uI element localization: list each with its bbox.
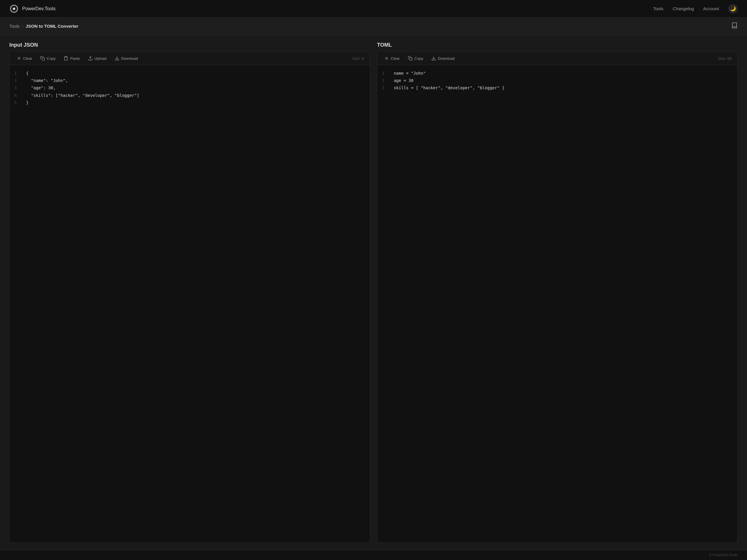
input-copy-button[interactable]: Copy [37,54,59,62]
paste-icon [63,56,68,61]
input-paste-button[interactable]: Paste [60,54,83,62]
upload-icon [88,56,93,61]
output-panel-box: Clear Copy Download Size: 68 123 name = … [377,52,738,543]
main-content: Input JSON Clear Copy Paste Upload [0,35,747,550]
input-download-button[interactable]: Download [111,54,141,62]
header-nav: Tools Changelog Account 🌙 [653,4,738,14]
input-textarea[interactable]: { "name": "John", "age": 30, "skills": [… [21,70,370,538]
input-code-area: 12345 { "name": "John", "age": 30, "skil… [10,65,370,542]
input-toolbar: Clear Copy Paste Upload Download [10,52,370,65]
input-panel-box: Clear Copy Paste Upload Download [9,52,370,543]
app-logo [9,4,19,14]
input-panel-title: Input JSON [9,42,370,48]
output-line-numbers: 123 [377,70,389,538]
input-size-label: Size: 8 [350,56,366,61]
breadcrumb: Tools › JSON to TOML Converter [0,18,747,35]
output-download-button[interactable]: Download [428,54,458,62]
download-icon [115,56,119,61]
app-name: PowerDev.Tools [22,6,55,11]
input-upload-button[interactable]: Upload [85,54,110,62]
copy-icon [40,56,45,61]
nav-changelog[interactable]: Changelog [673,6,694,11]
footer: © PowerDev.Tools [0,550,747,560]
breadcrumb-current: JSON to TOML Converter [26,24,78,29]
output-panel: TOML Clear Copy Download Size: 68 123 [377,42,738,543]
svg-rect-3 [66,56,67,57]
x-icon [17,56,21,61]
footer-text: © PowerDev.Tools [709,553,738,557]
output-panel-title: TOML [377,42,738,48]
nav-tools[interactable]: Tools [653,6,663,11]
svg-point-1 [13,7,15,10]
output-toolbar: Clear Copy Download Size: 68 [377,52,737,65]
svg-rect-6 [410,58,412,60]
panel-divider [370,42,377,543]
book-icon[interactable] [731,22,738,30]
breadcrumb-separator: › [22,24,23,29]
x-icon [384,56,389,61]
output-size-label: Size: 68 [716,56,734,61]
nav-account[interactable]: Account [703,6,719,11]
logo-icon [10,5,18,13]
output-clear-button[interactable]: Clear [381,54,403,62]
input-clear-button[interactable]: Clear [13,54,35,62]
output-code-area: 123 name = "John" age = 30 skills = [ "h… [377,65,737,542]
copy-icon [408,56,413,61]
input-panel: Input JSON Clear Copy Paste Upload [9,42,370,543]
download-icon [431,56,436,61]
output-copy-button[interactable]: Copy [405,54,427,62]
output-code-content: name = "John" age = 30 skills = [ "hacke… [389,70,737,538]
header: PowerDev.Tools Tools Changelog Account 🌙 [0,0,747,18]
theme-toggle-button[interactable]: 🌙 [728,4,738,14]
input-line-numbers: 12345 [10,70,21,538]
svg-rect-2 [42,58,45,60]
header-left: PowerDev.Tools [9,4,55,14]
breadcrumb-root[interactable]: Tools [9,24,20,29]
